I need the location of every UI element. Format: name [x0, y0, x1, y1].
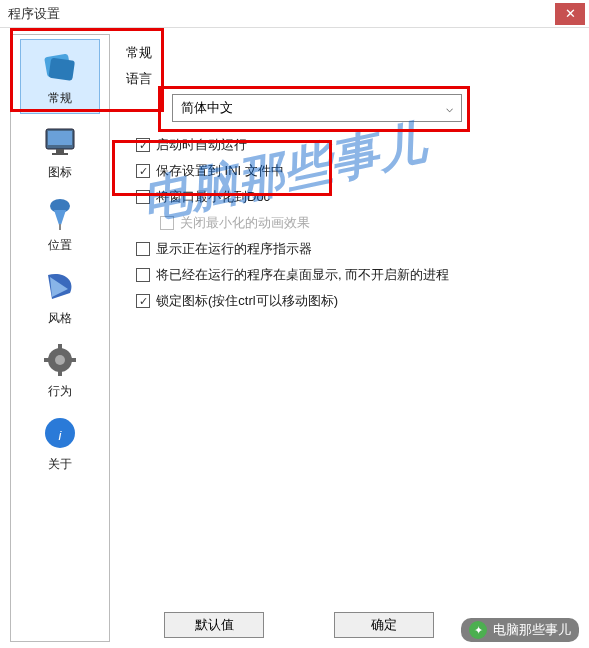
option-save-ini[interactable]: 保存设置到 INI 文件中 [136, 162, 571, 180]
pin-icon [41, 195, 79, 233]
checkbox[interactable] [136, 190, 150, 204]
info-icon: i [41, 414, 79, 452]
option-label: 将已经在运行的程序在桌面显示, 而不开启新的进程 [156, 266, 449, 284]
sidebar-item-behavior[interactable]: 行为 [20, 333, 100, 406]
svg-rect-11 [58, 370, 62, 376]
language-label: 语言 [126, 70, 571, 88]
svg-point-9 [55, 355, 65, 365]
svg-rect-4 [56, 149, 64, 153]
option-indicator[interactable]: 显示正在运行的程序指示器 [136, 240, 571, 258]
sidebar-label: 图标 [48, 164, 72, 181]
sidebar-label: 位置 [48, 237, 72, 254]
main-panel: 常规 语言 简体中文 ⌵ 启动时自动运行 保存设置到 INI 文件中 将窗口最小… [114, 28, 589, 648]
checkbox[interactable] [136, 242, 150, 256]
settings-icon [41, 48, 79, 86]
checkbox[interactable] [136, 268, 150, 282]
close-icon: ✕ [565, 6, 576, 21]
checkbox[interactable] [136, 164, 150, 178]
option-minimize-doc[interactable]: 将窗口最小化到Doc [136, 188, 571, 206]
section-title: 常规 [126, 44, 571, 62]
option-autostart[interactable]: 启动时自动运行 [136, 136, 571, 154]
sidebar: 常规 图标 位置 风格 行为 i [10, 34, 110, 642]
default-button[interactable]: 默认值 [164, 612, 264, 638]
credit-badge: ✦ 电脑那些事儿 [461, 618, 579, 642]
close-button[interactable]: ✕ [555, 3, 585, 25]
language-select[interactable]: 简体中文 ⌵ [172, 94, 462, 122]
language-value: 简体中文 [181, 99, 233, 117]
credit-text: 电脑那些事儿 [493, 621, 571, 639]
checkbox[interactable] [136, 294, 150, 308]
option-label: 启动时自动运行 [156, 136, 247, 154]
checkbox[interactable] [136, 138, 150, 152]
svg-rect-1 [48, 58, 75, 81]
sidebar-label: 行为 [48, 383, 72, 400]
sidebar-item-position[interactable]: 位置 [20, 187, 100, 260]
option-label: 锁定图标(按住ctrl可以移动图标) [156, 292, 338, 310]
option-disable-anim: 关闭最小化的动画效果 [160, 214, 571, 232]
sidebar-item-icons[interactable]: 图标 [20, 114, 100, 187]
checkbox [160, 216, 174, 230]
ok-button[interactable]: 确定 [334, 612, 434, 638]
svg-rect-10 [58, 344, 62, 350]
palette-icon [41, 268, 79, 306]
gear-icon [41, 341, 79, 379]
svg-rect-5 [52, 153, 68, 155]
option-label: 保存设置到 INI 文件中 [156, 162, 284, 180]
chevron-down-icon: ⌵ [446, 101, 453, 115]
sidebar-label: 常规 [48, 90, 72, 107]
option-label: 关闭最小化的动画效果 [180, 214, 310, 232]
window-title: 程序设置 [8, 5, 555, 23]
option-show-running[interactable]: 将已经在运行的程序在桌面显示, 而不开启新的进程 [136, 266, 571, 284]
option-label: 显示正在运行的程序指示器 [156, 240, 312, 258]
sidebar-label: 关于 [48, 456, 72, 473]
sidebar-item-general[interactable]: 常规 [20, 39, 100, 114]
sidebar-label: 风格 [48, 310, 72, 327]
svg-rect-13 [70, 358, 76, 362]
svg-rect-12 [44, 358, 50, 362]
monitor-icon [41, 122, 79, 160]
option-label: 将窗口最小化到Doc [156, 188, 270, 206]
sidebar-item-style[interactable]: 风格 [20, 260, 100, 333]
sidebar-item-about[interactable]: i 关于 [20, 406, 100, 479]
svg-rect-3 [48, 131, 72, 145]
option-lock-icons[interactable]: 锁定图标(按住ctrl可以移动图标) [136, 292, 571, 310]
wechat-icon: ✦ [469, 621, 487, 639]
